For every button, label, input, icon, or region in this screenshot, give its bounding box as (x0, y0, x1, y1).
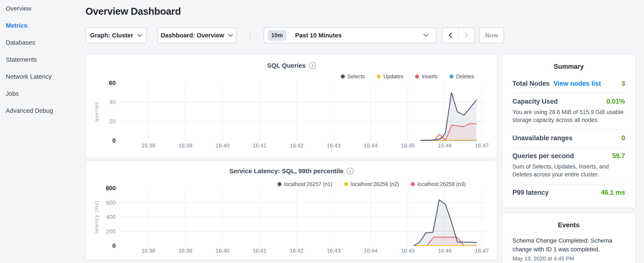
chart-legend: SelectsUpdatesInsertsDeletes (341, 73, 474, 80)
sidebar-item-network-latency[interactable]: Network Latency (0, 68, 86, 85)
service-latency-panel: Service Latency: SQL, 99th percentile lo… (86, 161, 498, 260)
legend-item[interactable]: Updates (377, 73, 403, 80)
chart-title: SQL Queries (267, 62, 306, 69)
events-list: Schema Change Completed: Schema change w… (502, 236, 635, 262)
toolbar-divider (250, 29, 250, 42)
svg-text:16:42: 16:42 (290, 247, 304, 254)
legend-label: Selects (348, 73, 365, 80)
svg-text:16:38: 16:38 (142, 247, 155, 254)
legend-label: Inserts (422, 73, 438, 80)
legend-label: Deletes (456, 73, 474, 80)
info-icon[interactable] (347, 168, 354, 174)
service-latency-chart: 16:3816:3916:4016:4116:4216:4316:4416:45… (86, 161, 498, 260)
metric-subtext: You are using 28.6 MiB of 515.9 GiB usab… (512, 108, 625, 124)
legend-label: localhost:26257 (n1) (284, 181, 332, 187)
page: OverviewMetricsDatabasesStatementsNetwor… (0, 0, 644, 263)
dashboard-dropdown-label: Dashboard: Overview (161, 32, 224, 39)
page-title: Overview Dashboard (86, 6, 181, 17)
svg-text:200: 200 (106, 228, 116, 235)
metric-label: Total Nodes (512, 80, 550, 87)
legend-dot-icon (450, 75, 454, 79)
svg-text:16:45: 16:45 (401, 142, 414, 149)
svg-text:16:38: 16:38 (142, 142, 155, 149)
metric-value: 46.1 ms (601, 189, 625, 196)
now-button[interactable]: Now (479, 28, 504, 43)
metric-value: 3 (622, 80, 625, 87)
chart-legend: localhost:26257 (n1)localhost:26259 (n2)… (278, 181, 466, 187)
dashboard-dropdown[interactable]: Dashboard: Overview (157, 28, 236, 43)
summary-row: Total NodesView nodes list3 (512, 76, 625, 93)
time-next-button[interactable] (458, 28, 474, 43)
legend-dot-icon (411, 182, 415, 186)
svg-text:latency (ms): latency (ms) (94, 201, 99, 234)
info-icon[interactable] (309, 62, 316, 69)
svg-text:16:44: 16:44 (364, 142, 378, 149)
legend-label: Updates (383, 73, 403, 80)
graph-dropdown[interactable]: Graph: Cluster (86, 28, 147, 43)
legend-item[interactable]: localhost:26258 (n3) (411, 181, 466, 187)
events-title: Events (502, 213, 635, 229)
svg-text:0: 0 (112, 137, 116, 144)
chevron-down-icon (228, 34, 233, 37)
legend-item[interactable]: Inserts (415, 73, 438, 80)
metric-value: 59.7 (612, 152, 625, 160)
chart-title: Service Latency: SQL, 99th percentile (230, 167, 344, 175)
chart-title-row: Service Latency: SQL, 99th percentile (86, 167, 497, 175)
time-prev-button[interactable] (442, 28, 458, 43)
chart-title-row: SQL Queries (86, 62, 497, 69)
summary-rows: Total NodesView nodes list3Capacity Used… (512, 76, 625, 202)
metric-value: 0.01% (606, 98, 625, 105)
view-nodes-link[interactable]: View nodes list (554, 80, 601, 87)
svg-text:queries: queries (94, 102, 99, 122)
event-timestamp: May 13, 2020 at 4:45 PM (512, 255, 625, 262)
svg-text:16:40: 16:40 (216, 247, 230, 254)
sidebar-item-overview[interactable]: Overview (0, 0, 86, 17)
metric-value: 0 (622, 134, 625, 142)
metric-label: Unavailable ranges (512, 134, 572, 142)
svg-text:400: 400 (106, 214, 116, 220)
sql-queries-chart: 16:3816:3916:4016:4116:4216:4316:4416:45… (86, 55, 498, 159)
sidebar-item-metrics[interactable]: Metrics (0, 17, 86, 34)
sidebar-item-jobs[interactable]: Jobs (0, 85, 86, 102)
summary-panel: Summary Total NodesView nodes list3Capac… (502, 54, 636, 208)
time-range-dropdown[interactable]: 10m Past 10 Minutes (264, 28, 436, 43)
sidebar-item-databases[interactable]: Databases (0, 34, 86, 51)
svg-text:16:39: 16:39 (178, 142, 192, 149)
events-panel: Events Schema Change Completed: Schema c… (502, 213, 636, 263)
svg-text:16:40: 16:40 (216, 142, 230, 149)
svg-text:16:47: 16:47 (475, 247, 489, 254)
sidebar: OverviewMetricsDatabasesStatementsNetwor… (0, 0, 86, 119)
svg-text:16:46: 16:46 (438, 247, 452, 254)
time-range-label: Past 10 Minutes (295, 32, 342, 39)
svg-text:16:41: 16:41 (252, 142, 266, 149)
sidebar-item-statements[interactable]: Statements (0, 51, 86, 68)
legend-item[interactable]: Deletes (450, 73, 474, 80)
legend-item[interactable]: localhost:26259 (n2) (344, 181, 399, 187)
chevron-down-icon (423, 34, 428, 37)
metric-subtext: Sum of Selects, Updates, Inserts, and De… (512, 163, 625, 178)
svg-text:16:47: 16:47 (475, 142, 489, 149)
svg-text:16:45: 16:45 (401, 247, 414, 254)
svg-text:16:46: 16:46 (438, 142, 452, 149)
time-range-badge: 10m (268, 30, 286, 41)
metric-label: P99 latency (512, 189, 549, 196)
metric-label: Capacity Used (512, 98, 558, 105)
svg-text:16:43: 16:43 (327, 247, 340, 254)
summary-row: Queries per second59.7Sum of Selects, Up… (512, 147, 625, 184)
sidebar-item-advanced-debug[interactable]: Advanced Debug (0, 102, 86, 119)
svg-text:0: 0 (112, 242, 116, 249)
svg-text:16:41: 16:41 (252, 247, 266, 254)
svg-text:16:42: 16:42 (290, 142, 304, 149)
legend-label: localhost:26258 (n3) (417, 181, 466, 187)
time-pager (442, 28, 475, 43)
legend-item[interactable]: Selects (341, 73, 365, 80)
svg-text:800: 800 (106, 185, 116, 191)
event-item[interactable]: Schema Change Completed: Schema change w… (512, 236, 625, 262)
legend-dot-icon (377, 75, 381, 79)
legend-item[interactable]: localhost:26257 (n1) (278, 181, 332, 187)
legend-label: localhost:26259 (n2) (351, 181, 399, 187)
summary-row: Unavailable ranges0 (512, 130, 625, 147)
svg-text:16:44: 16:44 (364, 247, 378, 254)
legend-dot-icon (278, 182, 282, 186)
legend-dot-icon (344, 182, 348, 186)
